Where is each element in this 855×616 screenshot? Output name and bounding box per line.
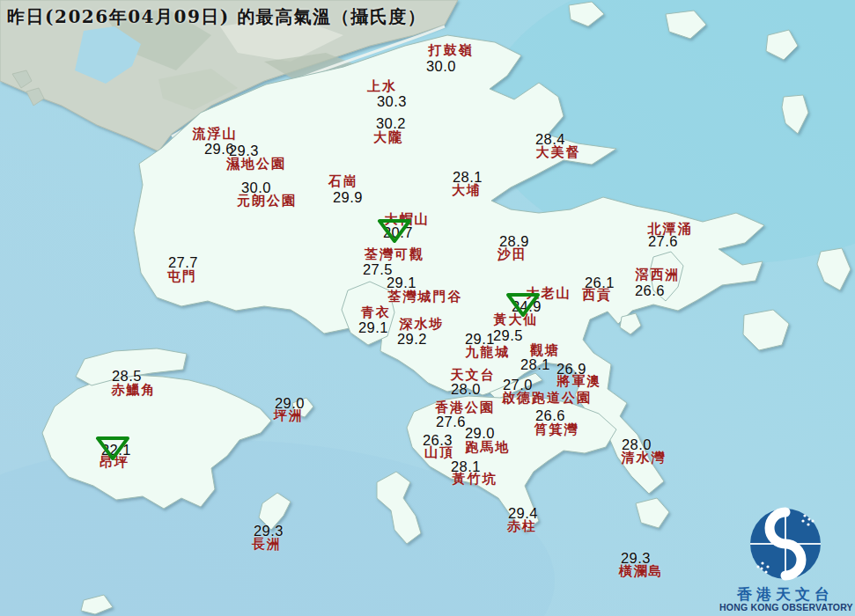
station-value: 29.1 xyxy=(465,331,495,348)
station-name-label: 打鼓嶺 xyxy=(429,42,474,59)
station-value: 26.3 xyxy=(423,432,453,449)
station-value: 27.0 xyxy=(503,377,533,393)
station-value: 29.5 xyxy=(493,327,523,344)
station-value: 26.1 xyxy=(585,275,615,291)
station-value: 29.9 xyxy=(333,189,363,206)
station-value: 30.0 xyxy=(241,180,271,196)
station-value: 29.1 xyxy=(358,319,388,336)
hko-logo: 香港天文台 HONG KONG OBSERVATORY xyxy=(719,507,851,614)
station-value: 29.3 xyxy=(229,143,259,159)
hko-logo-icon xyxy=(743,507,828,586)
station-value: 26.9 xyxy=(556,361,586,378)
station-value: 28.5 xyxy=(112,368,142,385)
hko-logo-chinese: 香港天文台 xyxy=(719,586,851,603)
station-value: 28.0 xyxy=(622,436,652,453)
station-value: 28.1 xyxy=(451,458,481,475)
station-value: 29.0 xyxy=(275,395,305,412)
station-value: 27.6 xyxy=(648,233,678,250)
station-value: 30.2 xyxy=(376,115,406,132)
station-value: 29.4 xyxy=(508,505,538,522)
station-value: 28.9 xyxy=(499,233,529,250)
triangle-marker-icon xyxy=(95,435,130,461)
station-value: 26.6 xyxy=(535,407,565,424)
station-value: 29.1 xyxy=(387,275,416,291)
station-value: 27.6 xyxy=(436,414,466,430)
station-value: 29.3 xyxy=(254,523,284,539)
station-name-label: 滘西洲 xyxy=(636,267,681,283)
station-value: 29.2 xyxy=(397,331,427,348)
station-value: 29.3 xyxy=(621,550,651,567)
station-value: 29.0 xyxy=(465,425,495,442)
weather-map-stage: 昨日(2026年04月09日) 的最高氣溫（攝氏度） 30.0 打鼓嶺 30.3… xyxy=(0,0,855,616)
station-value: 27.7 xyxy=(168,254,198,271)
triangle-marker-icon xyxy=(377,217,412,244)
station-value: 28.0 xyxy=(451,381,481,398)
hko-logo-english: HONG KONG OBSERVATORY xyxy=(719,602,851,614)
station-value: 28.1 xyxy=(520,356,550,373)
station-value: 30.0 xyxy=(426,58,456,75)
page-title: 昨日(2026年04月09日) 的最高氣溫（攝氏度） xyxy=(7,5,426,29)
station-name-label: 石崗 xyxy=(328,173,358,190)
station-value: 30.3 xyxy=(377,93,407,110)
station-value: 28.4 xyxy=(535,131,565,148)
triangle-marker-icon xyxy=(505,291,541,318)
station-value: 28.1 xyxy=(453,169,483,186)
station-value: 26.6 xyxy=(635,282,665,299)
